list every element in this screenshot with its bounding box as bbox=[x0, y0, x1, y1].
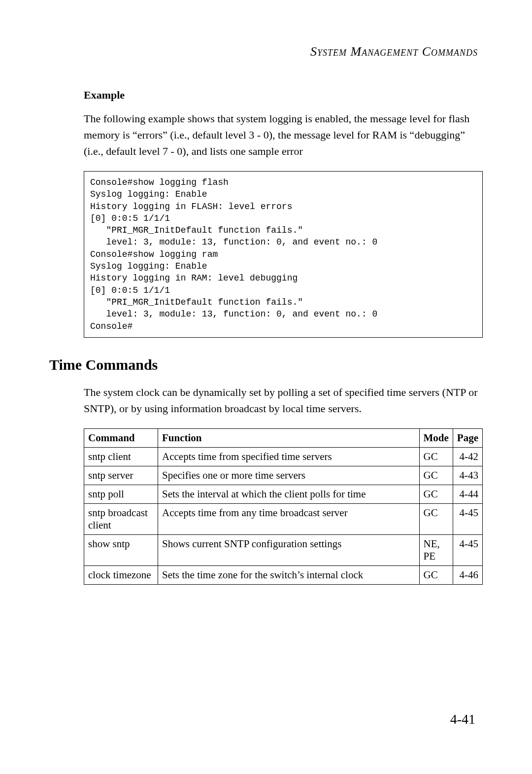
cell-function: Specifies one or more time servers bbox=[158, 466, 420, 485]
cell-mode: GC bbox=[419, 466, 453, 485]
header-function: Function bbox=[158, 428, 420, 447]
table-row: clock timezone Sets the time zone for th… bbox=[84, 565, 483, 584]
cell-function: Accepts time from any time broadcast ser… bbox=[158, 503, 420, 534]
code-block: Console#show logging flash Syslog loggin… bbox=[84, 171, 483, 338]
running-header: System Management Commands bbox=[49, 44, 483, 59]
cell-function: Accepts time from specified time servers bbox=[158, 447, 420, 466]
page-number: 4-41 bbox=[450, 711, 475, 727]
cell-page: 4-45 bbox=[453, 534, 482, 565]
cell-page: 4-46 bbox=[453, 565, 482, 584]
cell-command: sntp server bbox=[84, 466, 158, 485]
command-table: Command Function Mode Page sntp client A… bbox=[84, 428, 483, 585]
cell-command: sntp client bbox=[84, 447, 158, 466]
cell-command: sntp broadcast client bbox=[84, 503, 158, 534]
cell-mode: GC bbox=[419, 503, 453, 534]
example-body: The following example shows that system … bbox=[84, 110, 483, 159]
header-mode: Mode bbox=[419, 428, 453, 447]
cell-mode: GC bbox=[419, 485, 453, 503]
cell-function: Sets the interval at which the client po… bbox=[158, 485, 420, 503]
table-row: show sntp Shows current SNTP configurati… bbox=[84, 534, 483, 565]
header-page: Page bbox=[453, 428, 482, 447]
cell-page: 4-42 bbox=[453, 447, 482, 466]
table-row: sntp client Accepts time from specified … bbox=[84, 447, 483, 466]
cell-function: Sets the time zone for the switch’s inte… bbox=[158, 565, 420, 584]
cell-command: sntp poll bbox=[84, 485, 158, 503]
cell-page: 4-43 bbox=[453, 466, 482, 485]
table-header-row: Command Function Mode Page bbox=[84, 428, 483, 447]
cell-page: 4-44 bbox=[453, 485, 482, 503]
section-body: The system clock can be dynamically set … bbox=[84, 384, 483, 417]
cell-mode: GC bbox=[419, 447, 453, 466]
cell-mode: GC bbox=[419, 565, 453, 584]
cell-command: show sntp bbox=[84, 534, 158, 565]
header-command: Command bbox=[84, 428, 158, 447]
cell-function: Shows current SNTP configuration setting… bbox=[158, 534, 420, 565]
example-heading: Example bbox=[84, 89, 483, 102]
section-heading: Time Commands bbox=[49, 356, 483, 373]
cell-mode: NE, PE bbox=[419, 534, 453, 565]
table-row: sntp poll Sets the interval at which the… bbox=[84, 485, 483, 503]
cell-page: 4-45 bbox=[453, 503, 482, 534]
cell-command: clock timezone bbox=[84, 565, 158, 584]
table-row: sntp broadcast client Accepts time from … bbox=[84, 503, 483, 534]
table-row: sntp server Specifies one or more time s… bbox=[84, 466, 483, 485]
